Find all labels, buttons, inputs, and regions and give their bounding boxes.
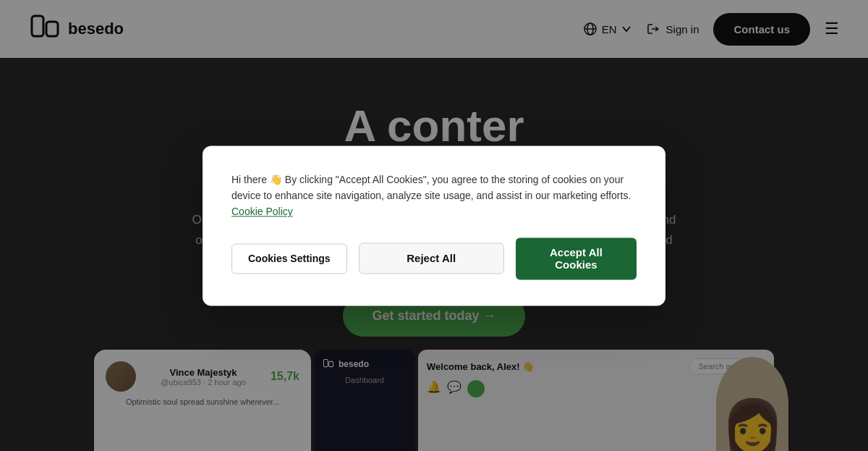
cookie-banner: Hi there 👋 By clicking "Accept All Cooki… xyxy=(203,146,665,305)
accept-all-cookies-button[interactable]: Accept All Cookies xyxy=(516,237,637,279)
cookie-policy-link[interactable]: Cookie Policy xyxy=(231,206,293,218)
reject-all-button[interactable]: Reject All xyxy=(359,243,504,274)
cookie-actions: Cookies Settings Reject All Accept All C… xyxy=(231,237,637,279)
cookies-settings-button[interactable]: Cookies Settings xyxy=(231,243,347,274)
cookie-message: Hi there 👋 By clicking "Accept All Cooki… xyxy=(231,172,637,220)
